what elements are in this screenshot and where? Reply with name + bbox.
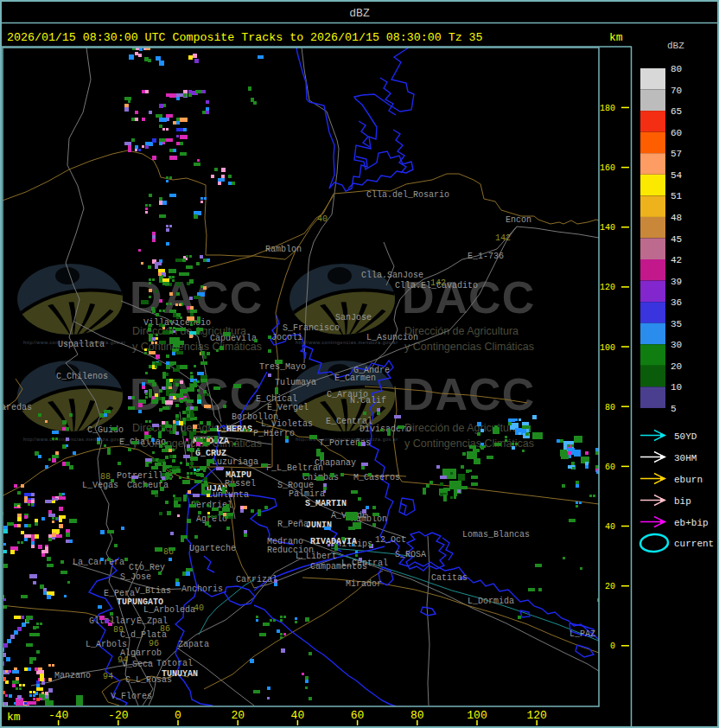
svg-text:140: 140 <box>600 223 615 233</box>
svg-text:2026/01/15 08:30:00 UTC Compos: 2026/01/15 08:30:00 UTC Composite Tracks… <box>7 31 483 44</box>
svg-text:L_Violetas: L_Violetas <box>261 419 313 429</box>
svg-text:60: 60 <box>671 128 682 138</box>
svg-text:L_Asuncion: L_Asuncion <box>366 333 418 342</box>
svg-text:94: 94 <box>118 655 128 665</box>
svg-text:S_ROSA: S_ROSA <box>395 550 426 559</box>
svg-text:80: 80 <box>671 64 682 74</box>
svg-text:40: 40 <box>317 214 328 224</box>
svg-text:V_Flores: V_Flores <box>111 692 152 701</box>
svg-text:C_Chilenos: C_Chilenos <box>56 372 108 381</box>
svg-text:36: 36 <box>671 297 682 308</box>
svg-text:54: 54 <box>671 170 683 181</box>
svg-text:160: 160 <box>600 163 615 173</box>
svg-text:Catitas: Catitas <box>431 573 468 583</box>
svg-text:G_CRUZ: G_CRUZ <box>195 449 226 458</box>
svg-text:51: 51 <box>671 191 683 201</box>
svg-text:20: 20 <box>671 361 682 372</box>
svg-text:S_Francisco: S_Francisco <box>283 323 340 333</box>
svg-text:Jocoli: Jocoli <box>271 333 302 342</box>
svg-text:Mirador: Mirador <box>346 579 382 589</box>
svg-text:current: current <box>674 539 714 549</box>
svg-text:L_Libert: L_Libert <box>296 552 337 561</box>
svg-text:Palmira: Palmira <box>289 489 325 499</box>
svg-text:S_MARTIN: S_MARTIN <box>305 499 347 508</box>
svg-text:20: 20 <box>231 709 245 722</box>
svg-text:57: 57 <box>671 149 682 159</box>
svg-text:30: 30 <box>671 340 682 350</box>
svg-text:40: 40 <box>194 603 204 613</box>
svg-text:88: 88 <box>100 472 111 482</box>
svg-text:100: 100 <box>467 709 487 722</box>
svg-text:0: 0 <box>175 709 181 722</box>
svg-text:120: 120 <box>600 283 615 292</box>
svg-text:dBZ: dBZ <box>667 41 684 51</box>
svg-text:40: 40 <box>291 709 305 722</box>
svg-text:80: 80 <box>410 709 424 722</box>
svg-text:Lomas_Blancas: Lomas_Blancas <box>462 530 530 540</box>
svg-text:180: 180 <box>600 104 615 113</box>
svg-text:Ugarteche: Ugarteche <box>189 544 236 553</box>
svg-text:60: 60 <box>351 709 365 722</box>
svg-text:48: 48 <box>671 213 682 223</box>
svg-text:89: 89 <box>113 625 124 635</box>
svg-text:km: km <box>7 711 21 724</box>
svg-text:eburn: eburn <box>674 475 703 485</box>
svg-text:94: 94 <box>103 672 113 681</box>
svg-text:N.Calif: N.Calif <box>350 396 386 406</box>
svg-text:10: 10 <box>671 382 682 393</box>
svg-text:12_Oct: 12_Oct <box>375 535 406 545</box>
svg-text:Tres_Mayo: Tres_Mayo <box>259 362 306 372</box>
svg-text:RIVADAVIA: RIVADAVIA <box>310 537 357 546</box>
svg-text:V_Btias: V_Btias <box>135 586 171 596</box>
svg-text:20: 20 <box>605 582 615 591</box>
svg-text:Totoral: Totoral <box>156 659 193 668</box>
svg-text:42: 42 <box>671 255 682 265</box>
svg-text:142: 142 <box>430 278 446 288</box>
svg-text:96: 96 <box>149 639 159 648</box>
svg-text:E_Carmen: E_Carmen <box>334 374 376 383</box>
svg-text:0: 0 <box>610 642 615 651</box>
svg-text:Clla.del_Rosario: Clla.del_Rosario <box>366 190 449 200</box>
svg-text:M_Caseros: M_Caseros <box>353 473 400 482</box>
svg-text:dBZ: dBZ <box>349 7 370 20</box>
svg-text:L_Dormida: L_Dormida <box>468 597 514 606</box>
svg-text:L_HERAS: L_HERAS <box>216 425 252 434</box>
svg-text:E_Vergel: E_Vergel <box>267 403 309 412</box>
svg-text:Ramblon: Ramblon <box>265 245 302 254</box>
svg-text:39: 39 <box>671 277 682 287</box>
svg-text:Gltallary: Gltallary <box>89 616 136 626</box>
svg-text:km: km <box>609 31 623 44</box>
svg-text:TUPUNGATO: TUPUNGATO <box>117 597 163 607</box>
svg-text:E_1-736: E_1-736 <box>468 252 504 261</box>
svg-text:-20: -20 <box>108 709 128 722</box>
svg-text:100: 100 <box>600 343 615 353</box>
svg-text:Capdevila: Capdevila <box>210 334 257 343</box>
svg-text:Carrizal: Carrizal <box>236 575 277 584</box>
svg-text:Encon: Encon <box>506 215 531 225</box>
svg-text:La_Carrera: La_Carrera <box>73 558 124 567</box>
svg-text:40: 40 <box>605 522 615 532</box>
svg-text:Manzano: Manzano <box>54 671 91 680</box>
svg-text:MAIPU: MAIPU <box>226 470 251 480</box>
svg-text:45: 45 <box>671 234 682 245</box>
svg-text:E_Challao: E_Challao <box>119 437 166 447</box>
svg-text:aredas: aredas <box>1 403 32 412</box>
svg-text:TUNUYAN: TUNUYAN <box>162 669 198 679</box>
svg-text:bip: bip <box>674 496 691 507</box>
svg-text:R_Peña: R_Peña <box>277 520 309 529</box>
svg-text:60: 60 <box>605 463 615 472</box>
svg-text:Uspallata: Uspallata <box>58 340 105 349</box>
svg-text:80: 80 <box>605 403 615 412</box>
svg-text:120: 120 <box>526 709 546 722</box>
svg-text:Luzuriaga: Luzuriaga <box>212 457 258 467</box>
svg-text:5: 5 <box>671 404 677 414</box>
svg-text:SanJose: SanJose <box>335 313 372 322</box>
svg-text:Tulumaya: Tulumaya <box>275 378 316 387</box>
svg-text:50YD: 50YD <box>674 431 697 442</box>
svg-text:142: 142 <box>495 233 511 243</box>
svg-text:S_Jose: S_Jose <box>120 572 151 582</box>
svg-text:Clla.SanJose: Clla.SanJose <box>361 271 423 280</box>
svg-text:70: 70 <box>671 86 682 96</box>
svg-text:Campamentos: Campamentos <box>310 562 367 572</box>
svg-text:35: 35 <box>671 319 682 329</box>
